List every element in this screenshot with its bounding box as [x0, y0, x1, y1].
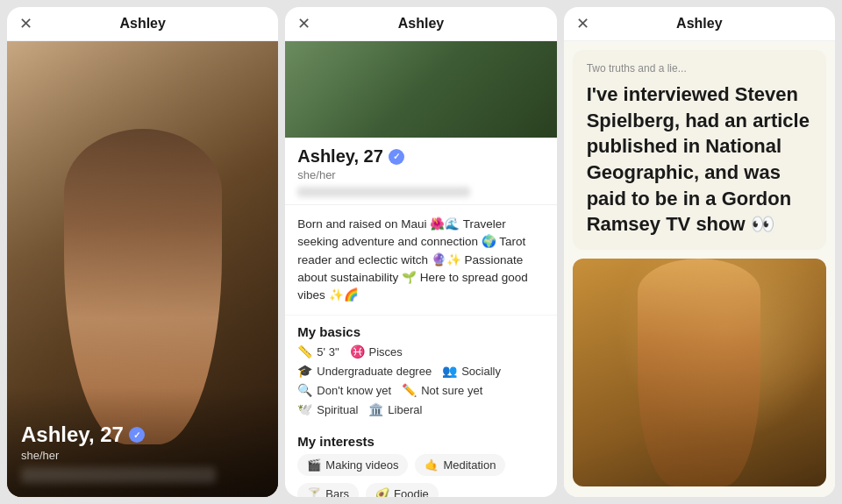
card-2-header: ✕ Ashley: [285, 7, 556, 41]
basic-social: 👥 Socially: [442, 364, 501, 378]
card-1-title: Ashley: [119, 16, 165, 32]
verified-badge: ✓: [129, 427, 145, 443]
interests-title: My interests: [285, 425, 556, 454]
card-1-header: ✕ Ashley: [7, 7, 278, 41]
interest-videos: 🎬 Making videos: [297, 454, 408, 476]
card-3-title: Ashley: [676, 16, 722, 32]
drugs-icon: ✏️: [402, 383, 417, 397]
card-2-title: Ashley: [398, 16, 444, 32]
basics-title: My basics: [285, 316, 556, 344]
religion-icon: 🕊️: [297, 402, 312, 416]
card-2: ✕ Ashley Ashley, 27 ✓ she/her Born and r…: [285, 7, 556, 497]
name-overlay: Ashley, 27 ✓ she/her: [7, 387, 278, 497]
card-3: ✕ Ashley Two truths and a lie... I've in…: [564, 7, 835, 497]
overlay-pronoun: she/her: [21, 449, 264, 462]
card-3-header: ✕ Ashley: [564, 7, 835, 41]
edu-icon: 🎓: [297, 364, 312, 378]
sign-icon: ♓: [350, 344, 365, 358]
basic-drugs: ✏️ Not sure yet: [402, 383, 482, 397]
kids-icon: 🔍: [297, 383, 312, 397]
card-1-body: Ashley, 27 ✓ she/her: [7, 41, 278, 497]
meditation-icon: 🤙: [425, 458, 439, 472]
close-button-2[interactable]: ✕: [297, 16, 310, 32]
close-button-1[interactable]: ✕: [19, 16, 32, 32]
truth-prompt: Two truths and a lie...: [587, 62, 812, 75]
basic-height: 📏 5' 3": [297, 344, 339, 358]
blurred-contact: [297, 187, 470, 197]
interests-section: 🎬 Making videos 🤙 Meditation 🍸 Bars 🥑 Fo…: [285, 454, 556, 497]
basic-kids: 🔍 Don't know yet: [297, 383, 391, 397]
interest-bars: 🍸 Bars: [297, 483, 359, 497]
basics-grid: 📏 5' 3" ♓ Pisces 🎓 Undergraduate degree …: [285, 344, 556, 425]
close-button-3[interactable]: ✕: [576, 16, 589, 32]
bars-icon: 🍸: [307, 487, 321, 497]
card-2-body: Ashley, 27 ✓ she/her Born and raised on …: [285, 41, 556, 497]
basic-sign: ♓ Pisces: [350, 344, 403, 358]
profile-name-row: Ashley, 27 ✓: [297, 146, 544, 167]
height-icon: 📏: [297, 344, 312, 358]
politics-icon: 🏛️: [368, 402, 383, 416]
profile-pronoun: she/her: [297, 168, 544, 181]
videos-icon: 🎬: [307, 458, 321, 472]
bio-section: Born and raised on Maui 🌺🌊 Traveler seek…: [285, 205, 556, 316]
truth-card: Two truths and a lie... I've interviewed…: [573, 50, 826, 250]
basic-politics: 🏛️ Liberal: [368, 402, 422, 416]
foodie-icon: 🥑: [375, 487, 389, 497]
person-shape-3: [638, 259, 760, 486]
blurred-info-bar: [21, 467, 216, 483]
photo-card-3: [573, 259, 826, 486]
truth-text: I've interviewed Steven Spielberg, had a…: [587, 82, 812, 238]
profile-photo-top: [285, 41, 556, 138]
photo-card-3-inner: [573, 259, 826, 486]
card-1: ✕ Ashley Ashley, 27 ✓ she/her: [7, 7, 278, 497]
verified-badge-2: ✓: [389, 149, 404, 165]
social-icon: 👥: [442, 364, 457, 378]
bio-text: Born and raised on Maui 🌺🌊 Traveler seek…: [297, 216, 544, 304]
interest-meditation: 🤙 Meditation: [415, 454, 505, 476]
card-3-body: Two truths and a lie... I've interviewed…: [564, 41, 835, 497]
profile-photo-1: Ashley, 27 ✓ she/her: [7, 41, 278, 497]
profile-name-bar: Ashley, 27 ✓ she/her: [285, 138, 556, 205]
overlay-name: Ashley, 27 ✓: [21, 422, 264, 447]
basic-religion: 🕊️ Spiritual: [297, 402, 358, 416]
interest-foodie: 🥑 Foodie: [366, 483, 439, 497]
basic-edu: 🎓 Undergraduate degree: [297, 364, 432, 378]
